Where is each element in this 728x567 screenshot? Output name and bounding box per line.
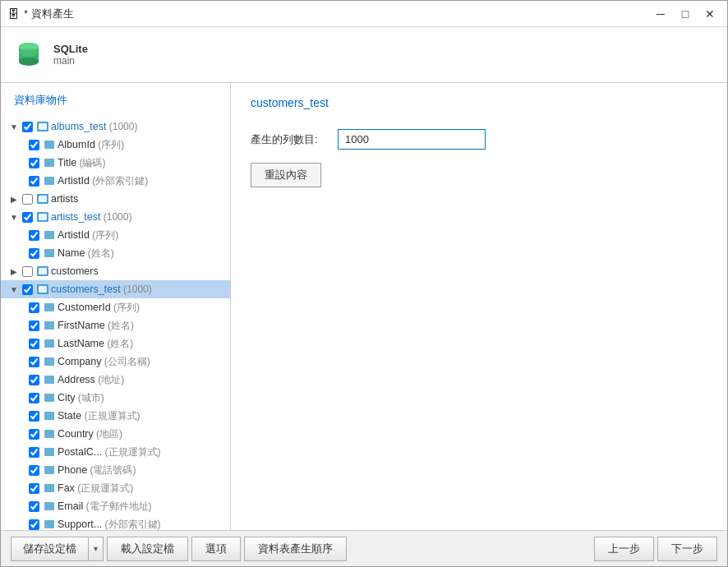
sublabel-title: (編碼) — [76, 156, 105, 170]
col-icon — [43, 247, 56, 260]
sublabel-state: (正規運算式) — [81, 409, 140, 423]
tree-item-title[interactable]: Title (編碼) — [1, 154, 230, 172]
check-city[interactable] — [29, 393, 39, 403]
sublabel-city: (城市) — [76, 391, 104, 405]
sublabel-customerid: (序列) — [111, 301, 140, 315]
check-artistid[interactable] — [29, 230, 39, 241]
col-icon — [43, 500, 56, 513]
sublabel-albumid: (序列) — [95, 138, 124, 152]
toggle-artists[interactable]: ▶ — [7, 195, 21, 204]
check-fax[interactable] — [29, 483, 39, 494]
sublabel-name: (姓名) — [85, 247, 113, 260]
check-customers-test[interactable] — [22, 284, 33, 295]
col-icon — [43, 228, 56, 242]
sublabel-artistid: (序列) — [90, 228, 118, 242]
tree-item-phone[interactable]: Phone (電話號碼) — [1, 461, 230, 479]
db-labels: SQLite main — [53, 43, 88, 67]
check-company[interactable] — [29, 357, 39, 367]
save-button[interactable]: 儲存設定檔 — [11, 537, 88, 561]
check-albums[interactable] — [22, 122, 33, 132]
tree-container[interactable]: ▼ albums_test (1000) AlbumId (序列) — [1, 114, 230, 530]
sublabel-supportrep: (外部索引鍵) — [102, 518, 160, 531]
table-icon — [36, 210, 49, 224]
prev-button[interactable]: 上一步 — [594, 537, 654, 561]
tree-item-supportrep[interactable]: Support... (外部索引鍵) — [1, 515, 230, 530]
check-lastname[interactable] — [29, 339, 39, 349]
check-albumid[interactable] — [29, 140, 39, 150]
tree-item-email[interactable]: Email (電子郵件地址) — [1, 497, 230, 515]
check-artists[interactable] — [22, 194, 33, 205]
check-firstname[interactable] — [29, 320, 39, 331]
col-icon — [43, 409, 56, 422]
sublabel-company: (公司名稱) — [102, 355, 150, 369]
tree-item-city[interactable]: City (城市) — [1, 389, 230, 407]
tree-item-customers-test[interactable]: ▼ customers_test (1000) — [1, 280, 230, 298]
svg-point-2 — [19, 58, 39, 66]
sublabel-address: (地址) — [95, 373, 124, 387]
toggle-customers-test[interactable]: ▼ — [7, 285, 21, 294]
tree-item-artists[interactable]: ▶ artists — [1, 190, 230, 208]
tree-item-company[interactable]: Company (公司名稱) — [1, 353, 230, 371]
table-icon — [36, 120, 49, 133]
col-icon — [43, 427, 56, 440]
col-icon — [43, 445, 56, 459]
tree-item-name[interactable]: Name (姓名) — [1, 244, 230, 262]
sublabel-country: (地區) — [94, 427, 122, 441]
tree-item-country[interactable]: Country (地區) — [1, 425, 230, 443]
check-email[interactable] — [29, 501, 39, 512]
reset-button[interactable]: 重設內容 — [251, 163, 321, 187]
db-info: SQLite main — [1, 27, 727, 83]
tree-item-artistid[interactable]: ArtistId (序列) — [1, 226, 230, 244]
check-name[interactable] — [29, 248, 39, 259]
title-bar: 🗄 * 資料產生 ─ □ ✕ — [1, 1, 727, 27]
save-split-button[interactable]: 儲存設定檔 — [11, 537, 104, 561]
sublabel-lastname: (姓名) — [104, 337, 133, 351]
save-dropdown[interactable] — [88, 537, 104, 561]
check-customerid[interactable] — [29, 302, 39, 313]
col-icon — [43, 391, 56, 404]
db-schema: main — [53, 55, 88, 67]
tree-item-firstname[interactable]: FirstName (姓名) — [1, 316, 230, 334]
tree-item-address[interactable]: Address (地址) — [1, 371, 230, 389]
check-artists-test[interactable] — [22, 212, 33, 223]
close-button[interactable]: ✕ — [699, 5, 721, 23]
app-icon: 🗄 — [7, 7, 19, 21]
toggle-albums[interactable]: ▼ — [7, 122, 21, 131]
tree-item-lastname[interactable]: LastName (姓名) — [1, 334, 230, 353]
tree-item-state[interactable]: State (正規運算式) — [1, 407, 230, 425]
label-customerid: CustomerId — [58, 302, 111, 313]
sublabel-customers-test: (1000) — [121, 284, 152, 295]
maximize-button[interactable]: □ — [675, 5, 696, 23]
tree-item-albumid[interactable]: AlbumId (序列) — [1, 136, 230, 154]
col-icon — [43, 301, 56, 314]
col-icon — [43, 138, 56, 151]
table-order-button[interactable]: 資料表產生順序 — [244, 537, 347, 561]
toggle-artists-test[interactable]: ▼ — [7, 213, 21, 222]
check-artistid-fk[interactable] — [29, 176, 39, 187]
row-count-input[interactable] — [338, 129, 486, 150]
right-panel: customers_test 產生的列數目: 重設內容 — [231, 83, 727, 530]
tree-item-albums-test[interactable]: ▼ albums_test (1000) — [1, 118, 230, 136]
check-postalcode[interactable] — [29, 447, 39, 458]
minimize-button[interactable]: ─ — [650, 5, 671, 23]
tree-item-fax[interactable]: Fax (正規運算式) — [1, 479, 230, 497]
tree-item-customers[interactable]: ▶ customers — [1, 262, 230, 280]
tree-item-artistid-fk[interactable]: ArtistId (外部索引鍵) — [1, 172, 230, 190]
check-country[interactable] — [29, 429, 39, 440]
check-address[interactable] — [29, 375, 39, 385]
check-customers[interactable] — [22, 266, 33, 277]
options-button[interactable]: 選項 — [191, 537, 241, 561]
toggle-customers[interactable]: ▶ — [7, 267, 21, 276]
check-title[interactable] — [29, 158, 39, 168]
tree-item-postalcode[interactable]: PostalC... (正規運算式) — [1, 443, 230, 461]
right-panel-title: customers_test — [251, 96, 707, 109]
load-button[interactable]: 載入設定檔 — [107, 537, 188, 561]
sublabel-firstname: (姓名) — [105, 319, 134, 333]
sublabel-albums: (1000) — [106, 121, 137, 132]
check-supportrep[interactable] — [29, 519, 39, 530]
tree-item-customerid[interactable]: CustomerId (序列) — [1, 298, 230, 316]
next-button[interactable]: 下一步 — [657, 537, 717, 561]
check-phone[interactable] — [29, 465, 39, 476]
check-state[interactable] — [29, 411, 39, 422]
tree-item-artists-test[interactable]: ▼ artists_test (1000) — [1, 208, 230, 226]
